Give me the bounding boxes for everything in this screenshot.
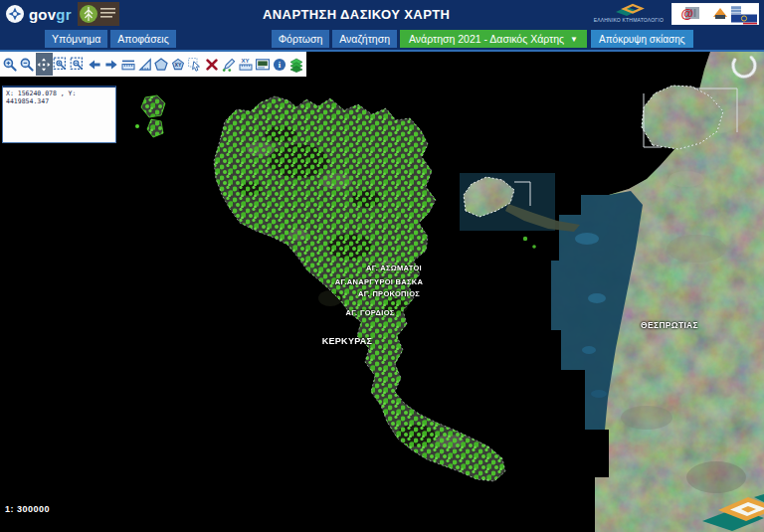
- govgr-logo[interactable]: govgr: [5, 4, 72, 24]
- forest-map-app: govgr ΑΝΑΡΤΗΣΗ ΔΑΣΙΚΟΥ ΧΑΡΤΗ ΕΛΛΗΝΙΚΟ ΚΤ…: [0, 0, 764, 532]
- menu-upload[interactable]: Φόρτωση: [272, 30, 330, 48]
- pan-icon: [36, 57, 52, 73]
- menu-group-right: Ανάρτηση 2021 - Δασικός Χάρτης ▼ Απόκρυψ…: [400, 30, 692, 48]
- print-map-icon: [255, 57, 271, 73]
- brand-text: govgr: [29, 6, 72, 23]
- identify-info-button[interactable]: i: [271, 53, 287, 76]
- draw-polygon-button[interactable]: [153, 53, 170, 76]
- previous-extent-icon: [87, 57, 102, 73]
- zoom-window-in-icon: [53, 57, 69, 73]
- coordinates-xy-button[interactable]: XY: [237, 53, 254, 76]
- zoom-in-icon: [2, 57, 18, 73]
- zoom-window-out-button[interactable]: [70, 53, 87, 76]
- measure-area-button[interactable]: [136, 53, 153, 76]
- draw-polygon-icon: [153, 57, 169, 73]
- svg-text:XY: XY: [241, 58, 249, 64]
- svg-text:@: @: [681, 6, 694, 21]
- funding-logos: @: [671, 3, 759, 25]
- zoom-out-button[interactable]: [19, 53, 36, 76]
- place-label: ΑΓ. ΠΡΟΚΟΠΙΟΣ: [358, 289, 420, 298]
- menu-legend[interactable]: Υπόμνημα: [45, 30, 107, 48]
- previous-extent-button[interactable]: [86, 53, 102, 76]
- map-area: XYXYi X: 156240.078 , Y: 4419854.347 ΑΓ.…: [0, 52, 764, 532]
- menu-search[interactable]: Αναζήτηση: [332, 30, 397, 48]
- measure-distance-button[interactable]: [119, 53, 136, 76]
- delete-selection-icon: [204, 57, 220, 73]
- svg-text:XY: XY: [175, 62, 182, 68]
- ministry-logo: [78, 2, 119, 26]
- zoom-window-in-button[interactable]: [53, 53, 70, 76]
- print-map-button[interactable]: [254, 53, 271, 76]
- menu-bar: ΥπόμνημαΑποφάσεις ΦόρτωσηΑναζήτηση Ανάρτ…: [0, 28, 764, 52]
- draw-vertices-icon: [221, 57, 237, 73]
- cadastre-logo: ΕΛΛΗΝΙΚΟ ΚΤΗΜΑΤΟΛΟΓΙΟ: [594, 3, 664, 23]
- map-toolbar: XYXYi: [0, 52, 306, 77]
- next-extent-icon: [103, 57, 119, 73]
- coordinate-readout: X: 156240.078 , Y: 4419854.347: [6, 89, 76, 105]
- layers-button[interactable]: [287, 53, 304, 76]
- header-right-logos: ΕΛΛΗΝΙΚΟ ΚΤΗΜΑΤΟΛΟΓΙΟ @: [594, 3, 759, 25]
- select-features-button[interactable]: [187, 53, 204, 76]
- draw-polygon-xy-button[interactable]: XY: [170, 53, 187, 76]
- place-label: ΘΕΣΠΡΩΤΙΑΣ: [641, 320, 698, 330]
- zoom-window-out-icon: [70, 57, 86, 73]
- coordinate-box: X: 156240.078 , Y: 4419854.347: [2, 86, 116, 143]
- cadastre-caption: ΕΛΛΗΝΙΚΟ ΚΤΗΜΑΤΟΛΟΓΙΟ: [594, 18, 664, 23]
- cadastre-diamond-icon: [612, 3, 646, 17]
- place-label: ΚΕΡΚΥΡΑΣ: [322, 336, 373, 346]
- layers-icon: [288, 57, 304, 73]
- place-label: ΑΓ. ΑΣΩΜΑΤΟΙ: [366, 264, 422, 272]
- place-label: ΑΓ. ΓΟΡΔΙΟΣ: [345, 308, 394, 317]
- coordinates-xy-icon: XY: [238, 57, 254, 73]
- next-extent-button[interactable]: [102, 53, 119, 76]
- menu-group-center: ΦόρτωσηΑναζήτηση: [272, 30, 400, 48]
- select-features-icon: [187, 57, 203, 73]
- measure-area-icon: [137, 57, 153, 73]
- chevron-down-icon: ▼: [570, 35, 578, 44]
- hide-shading-button[interactable]: Απόκρυψη σκίασης: [591, 30, 692, 48]
- scale-readout: 1: 300000: [5, 504, 50, 514]
- menu-decisions[interactable]: Αποφάσεις: [110, 30, 175, 48]
- greek-emblem-icon: [5, 4, 25, 24]
- zoom-in-button[interactable]: [2, 53, 19, 76]
- measure-distance-icon: [120, 57, 136, 73]
- identify-info-icon: i: [272, 57, 287, 73]
- place-label: ΑΓ.ΑΝΑΡΓΥΡΟΙ ΒΑΣΚΑ: [335, 277, 424, 286]
- draw-polygon-xy-icon: XY: [170, 57, 186, 73]
- app-header: govgr ΑΝΑΡΤΗΣΗ ΔΑΣΙΚΟΥ ΧΑΡΤΗ ΕΛΛΗΝΙΚΟ ΚΤ…: [0, 0, 764, 28]
- layer-dropdown-button[interactable]: Ανάρτηση 2021 - Δασικός Χάρτης ▼: [400, 30, 587, 48]
- page-title: ΑΝΑΡΤΗΣΗ ΔΑΣΙΚΟΥ ΧΑΡΤΗ: [125, 7, 588, 22]
- menu-group-left: ΥπόμνημαΑποφάσεις: [45, 30, 179, 48]
- layer-dropdown-label: Ανάρτηση 2021 - Δασικός Χάρτης: [409, 33, 564, 45]
- delete-selection-button[interactable]: [204, 53, 221, 76]
- zoom-out-icon: [19, 57, 35, 73]
- pan-button[interactable]: [36, 53, 53, 76]
- draw-vertices-button[interactable]: [221, 53, 238, 76]
